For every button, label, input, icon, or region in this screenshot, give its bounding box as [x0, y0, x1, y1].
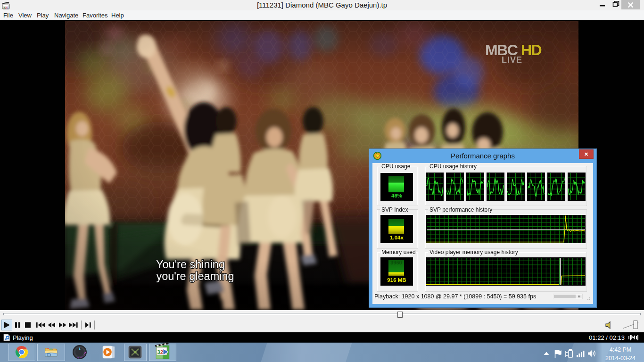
svg-text:LIVE: LIVE [502, 55, 522, 65]
svg-text:HD: HD [521, 41, 542, 58]
svg-text:you're gleaming: you're gleaming [156, 270, 234, 282]
svg-text:2: 2 [160, 349, 163, 355]
svg-text:You're shining: You're shining [156, 258, 225, 271]
svg-text:3: 3 [157, 349, 160, 355]
